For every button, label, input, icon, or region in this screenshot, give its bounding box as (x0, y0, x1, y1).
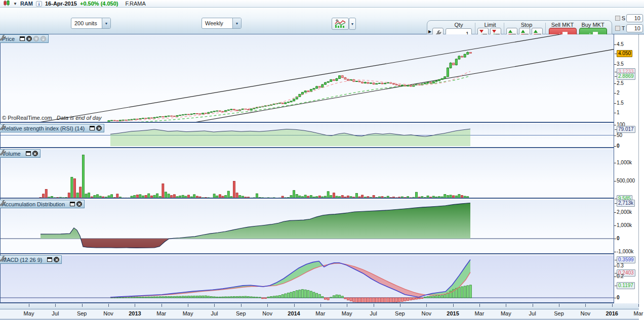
instrument-candle-icon (3, 0, 10, 7)
macd-ribbon-segment (312, 262, 314, 269)
axis-label-rsi: 50 (617, 132, 622, 139)
price-axis-gutter[interactable]: 4.54.0503.53.12332.88692.521.5110079.017… (614, 34, 639, 303)
chart-style-dropdown-button[interactable]: ▼ (349, 18, 356, 30)
detach-window-icon[interactable] (47, 257, 52, 262)
rsi-panel-header: Relative strength index (RSI) (14) ✕ (0, 124, 104, 132)
move-up-icon[interactable]: ▲ (41, 36, 46, 41)
time-axis-label: Mar (474, 310, 484, 316)
chart-style-button[interactable] (332, 18, 349, 30)
candle-body (361, 82, 364, 83)
macd-histogram-bar (156, 297, 158, 298)
macd-histogram-bar (176, 296, 178, 298)
volume-bar (279, 198, 281, 199)
volume-bar (185, 196, 187, 199)
collapse-panel-arrow[interactable]: ▶ (428, 29, 431, 34)
volume-bar (225, 196, 227, 199)
volume-bar (407, 197, 409, 199)
volume-bar (182, 195, 184, 199)
volume-bar (150, 196, 152, 199)
close-icon[interactable]: ✕ (32, 151, 38, 156)
macd-ribbon-segment (317, 261, 318, 267)
axis-label-volume: 1,000k (617, 160, 632, 166)
close-icon[interactable]: ✕ (96, 125, 102, 131)
candle-body (125, 120, 127, 120)
instrument-symbol[interactable]: RAM (20, 1, 33, 7)
macd-histogram-bar (122, 297, 124, 298)
macd-histogram-bar (233, 296, 235, 298)
candle-body (108, 120, 110, 122)
volume-bar (159, 196, 161, 199)
instrument-dropdown-icon[interactable]: ▼ (13, 2, 17, 6)
volume-bar (102, 197, 104, 199)
candle-body (453, 63, 455, 65)
candle-body (378, 83, 380, 83)
close-icon[interactable]: ✕ (76, 201, 82, 207)
candle-body (430, 82, 432, 83)
volume-bar (390, 198, 392, 199)
macd-histogram-bar (168, 296, 170, 298)
accumulation-distribution-plot[interactable] (0, 200, 614, 254)
macd-histogram-bar (205, 296, 207, 298)
axis-label-rsi: 0 (617, 143, 620, 149)
volume-bar (48, 197, 50, 199)
candle-body (248, 109, 250, 110)
candle-body (344, 78, 346, 79)
close-icon[interactable]: ✕ (54, 257, 59, 262)
time-axis-tick (29, 304, 29, 307)
move-down-icon[interactable]: ▼ (33, 36, 39, 41)
close-icon[interactable]: ✕ (26, 36, 32, 41)
macd-histogram-bar (245, 296, 247, 298)
detach-window-icon[interactable] (90, 126, 95, 130)
timeframe-select[interactable]: Weekly ▼ (202, 18, 242, 29)
detach-window-icon[interactable] (26, 151, 31, 156)
title-bar: ▼ RAM i 16-Apr-2015 +0.50% (4.050) F.RAM… (0, 0, 644, 8)
units-select[interactable]: 200 units ▼ (71, 18, 111, 29)
volume-bar (441, 197, 443, 199)
time-axis-label: 2016 (606, 310, 618, 316)
candle-body (102, 122, 104, 123)
macd-plot[interactable] (0, 255, 614, 303)
volume-bar (367, 197, 369, 199)
volume-bar (39, 198, 42, 199)
volume-bar (128, 198, 130, 199)
volume-bar (250, 198, 252, 199)
volume-bar (125, 198, 127, 199)
axis-label-macd: 0.3 (617, 263, 624, 269)
s-checkbox[interactable] (615, 16, 620, 21)
macd-ribbon-segment (299, 267, 300, 277)
info-icon[interactable]: i (36, 1, 42, 7)
volume-plot[interactable] (0, 149, 614, 199)
axis-label-price: 2.5 (617, 80, 624, 86)
trendline-upper[interactable] (33, 34, 614, 123)
time-axis-labels[interactable]: MayJulSepNov2013MarMayJulSepNov2014MarMa… (0, 309, 639, 319)
candle-body (145, 118, 147, 119)
candle-body (99, 122, 101, 123)
volume-bar (142, 196, 144, 199)
time-axis-tick (638, 304, 639, 307)
detach-window-icon[interactable] (20, 36, 25, 41)
t-value-input[interactable]: 10 (626, 24, 643, 32)
volume-bar (464, 196, 466, 199)
t-label: T (622, 25, 625, 31)
candle-body (384, 83, 386, 84)
s-value-input[interactable]: 10 (626, 14, 643, 22)
macd-histogram-bar (316, 293, 318, 298)
volume-bar (341, 196, 343, 199)
volume-bar (193, 195, 195, 199)
time-axis-tick (374, 304, 374, 307)
t-checkbox[interactable] (615, 26, 620, 31)
volume-bar (427, 196, 429, 199)
volume-bar (401, 197, 403, 199)
volume-bar (270, 198, 272, 199)
volume-bar (373, 196, 375, 199)
macd-histogram-bar (165, 296, 167, 298)
macd-histogram-bar (264, 298, 266, 298)
volume-bar (179, 196, 181, 199)
volume-bar (162, 184, 164, 199)
time-axis-tick-strip[interactable] (0, 303, 639, 309)
detach-window-icon[interactable] (70, 202, 75, 206)
volume-bar (236, 193, 238, 199)
macd-histogram-bar (276, 296, 278, 298)
price-plot[interactable] (0, 34, 614, 123)
macd-histogram-bar (435, 296, 437, 298)
